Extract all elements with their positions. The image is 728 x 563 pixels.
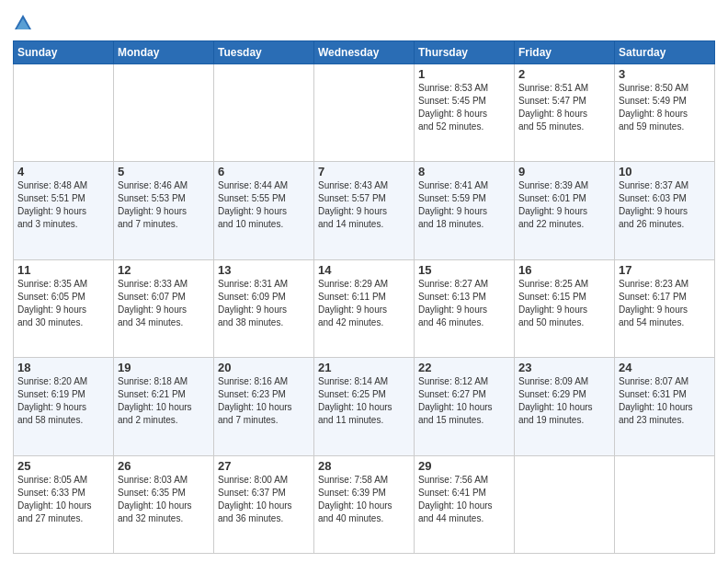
day-number: 22 [418,361,510,374]
calendar-cell: 14Sunrise: 8:29 AM Sunset: 6:11 PM Dayli… [314,259,415,357]
day-number: 3 [619,67,711,81]
day-number: 4 [17,165,109,178]
day-number: 24 [619,361,711,374]
week-row-3: 11Sunrise: 8:35 AM Sunset: 6:05 PM Dayli… [14,259,715,357]
day-info: Sunrise: 8:31 AM Sunset: 6:09 PM Dayligh… [218,278,310,329]
day-header-monday: Monday [114,41,214,64]
calendar-cell: 21Sunrise: 8:14 AM Sunset: 6:25 PM Dayli… [314,358,415,455]
day-number: 6 [218,165,310,178]
week-row-1: 1Sunrise: 8:53 AM Sunset: 5:45 PM Daylig… [14,64,715,162]
calendar-cell [615,455,715,553]
day-number: 25 [17,459,109,473]
calendar-cell [515,455,615,553]
calendar-cell: 23Sunrise: 8:09 AM Sunset: 6:29 PM Dayli… [515,358,615,455]
day-number: 12 [118,263,210,277]
day-info: Sunrise: 8:33 AM Sunset: 6:07 PM Dayligh… [118,278,210,329]
calendar-cell [314,64,415,162]
calendar-cell: 15Sunrise: 8:27 AM Sunset: 6:13 PM Dayli… [415,259,515,357]
calendar-cell: 20Sunrise: 8:16 AM Sunset: 6:23 PM Dayli… [214,358,314,455]
day-info: Sunrise: 8:48 AM Sunset: 5:51 PM Dayligh… [17,179,109,231]
calendar-cell: 16Sunrise: 8:25 AM Sunset: 6:15 PM Dayli… [515,259,615,357]
day-info: Sunrise: 7:56 AM Sunset: 6:41 PM Dayligh… [418,474,510,525]
day-number: 23 [518,361,610,374]
calendar-cell: 25Sunrise: 8:05 AM Sunset: 6:33 PM Dayli… [14,455,114,553]
day-number: 27 [218,459,310,473]
calendar-cell: 1Sunrise: 8:53 AM Sunset: 5:45 PM Daylig… [415,64,515,162]
day-info: Sunrise: 8:09 AM Sunset: 6:29 PM Dayligh… [518,375,610,427]
day-number: 17 [619,263,711,277]
calendar-cell: 11Sunrise: 8:35 AM Sunset: 6:05 PM Dayli… [14,259,114,357]
calendar-cell: 26Sunrise: 8:03 AM Sunset: 6:35 PM Dayli… [114,455,214,553]
day-number: 19 [118,361,210,374]
day-number: 26 [118,459,210,473]
header [13,9,715,33]
calendar-cell: 24Sunrise: 8:07 AM Sunset: 6:31 PM Dayli… [615,358,715,455]
day-number: 21 [318,361,410,374]
day-number: 28 [318,459,410,473]
calendar-cell: 7Sunrise: 8:43 AM Sunset: 5:57 PM Daylig… [314,162,415,259]
day-info: Sunrise: 8:51 AM Sunset: 5:47 PM Dayligh… [518,82,610,133]
day-info: Sunrise: 8:12 AM Sunset: 6:27 PM Dayligh… [418,375,510,427]
calendar-cell: 4Sunrise: 8:48 AM Sunset: 5:51 PM Daylig… [14,162,114,259]
day-info: Sunrise: 8:27 AM Sunset: 6:13 PM Dayligh… [418,278,510,329]
day-info: Sunrise: 8:50 AM Sunset: 5:49 PM Dayligh… [619,82,711,133]
day-info: Sunrise: 8:35 AM Sunset: 6:05 PM Dayligh… [17,278,109,329]
day-number: 16 [518,263,610,277]
day-info: Sunrise: 8:07 AM Sunset: 6:31 PM Dayligh… [619,375,711,427]
calendar-cell: 2Sunrise: 8:51 AM Sunset: 5:47 PM Daylig… [515,64,615,162]
day-info: Sunrise: 8:41 AM Sunset: 5:59 PM Dayligh… [418,179,510,231]
day-number: 9 [518,165,610,178]
day-info: Sunrise: 8:39 AM Sunset: 6:01 PM Dayligh… [518,179,610,231]
day-info: Sunrise: 8:16 AM Sunset: 6:23 PM Dayligh… [218,375,310,427]
calendar-cell: 5Sunrise: 8:46 AM Sunset: 5:53 PM Daylig… [114,162,214,259]
day-number: 29 [418,459,510,473]
day-number: 1 [418,67,510,81]
calendar-cell: 28Sunrise: 7:58 AM Sunset: 6:39 PM Dayli… [314,455,415,553]
calendar-cell: 19Sunrise: 8:18 AM Sunset: 6:21 PM Dayli… [114,358,214,455]
calendar-header-row: SundayMondayTuesdayWednesdayThursdayFrid… [14,41,715,64]
day-number: 7 [318,165,410,178]
calendar-cell: 8Sunrise: 8:41 AM Sunset: 5:59 PM Daylig… [415,162,515,259]
day-info: Sunrise: 8:18 AM Sunset: 6:21 PM Dayligh… [118,375,210,427]
day-header-thursday: Thursday [415,41,515,64]
logo [13,13,37,33]
day-info: Sunrise: 8:29 AM Sunset: 6:11 PM Dayligh… [318,278,410,329]
day-header-sunday: Sunday [14,41,114,64]
week-row-5: 25Sunrise: 8:05 AM Sunset: 6:33 PM Dayli… [14,455,715,553]
day-info: Sunrise: 8:03 AM Sunset: 6:35 PM Dayligh… [118,474,210,525]
calendar-cell [214,64,314,162]
day-number: 13 [218,263,310,277]
day-number: 18 [17,361,109,374]
calendar-cell: 18Sunrise: 8:20 AM Sunset: 6:19 PM Dayli… [14,358,114,455]
calendar-cell: 12Sunrise: 8:33 AM Sunset: 6:07 PM Dayli… [114,259,214,357]
calendar-cell [114,64,214,162]
calendar-cell: 9Sunrise: 8:39 AM Sunset: 6:01 PM Daylig… [515,162,615,259]
day-number: 20 [218,361,310,374]
calendar-cell: 17Sunrise: 8:23 AM Sunset: 6:17 PM Dayli… [615,259,715,357]
day-info: Sunrise: 7:58 AM Sunset: 6:39 PM Dayligh… [318,474,410,525]
day-number: 15 [418,263,510,277]
calendar-cell: 29Sunrise: 7:56 AM Sunset: 6:41 PM Dayli… [415,455,515,553]
day-info: Sunrise: 8:23 AM Sunset: 6:17 PM Dayligh… [619,278,711,329]
day-info: Sunrise: 8:14 AM Sunset: 6:25 PM Dayligh… [318,375,410,427]
week-row-4: 18Sunrise: 8:20 AM Sunset: 6:19 PM Dayli… [14,358,715,455]
day-info: Sunrise: 8:25 AM Sunset: 6:15 PM Dayligh… [518,278,610,329]
calendar-cell: 13Sunrise: 8:31 AM Sunset: 6:09 PM Dayli… [214,259,314,357]
calendar-cell [14,64,114,162]
day-number: 8 [418,165,510,178]
day-header-tuesday: Tuesday [214,41,314,64]
calendar-cell: 22Sunrise: 8:12 AM Sunset: 6:27 PM Dayli… [415,358,515,455]
day-info: Sunrise: 8:05 AM Sunset: 6:33 PM Dayligh… [17,474,109,525]
week-row-2: 4Sunrise: 8:48 AM Sunset: 5:51 PM Daylig… [14,162,715,259]
day-number: 14 [318,263,410,277]
day-info: Sunrise: 8:44 AM Sunset: 5:55 PM Dayligh… [218,179,310,231]
day-info: Sunrise: 8:37 AM Sunset: 6:03 PM Dayligh… [619,179,711,231]
day-header-wednesday: Wednesday [314,41,415,64]
calendar-cell: 10Sunrise: 8:37 AM Sunset: 6:03 PM Dayli… [615,162,715,259]
day-info: Sunrise: 8:00 AM Sunset: 6:37 PM Dayligh… [218,474,310,525]
logo-icon [13,13,33,33]
calendar-table: SundayMondayTuesdayWednesdayThursdayFrid… [13,40,715,554]
day-header-friday: Friday [515,41,615,64]
calendar-cell: 27Sunrise: 8:00 AM Sunset: 6:37 PM Dayli… [214,455,314,553]
day-info: Sunrise: 8:20 AM Sunset: 6:19 PM Dayligh… [17,375,109,427]
